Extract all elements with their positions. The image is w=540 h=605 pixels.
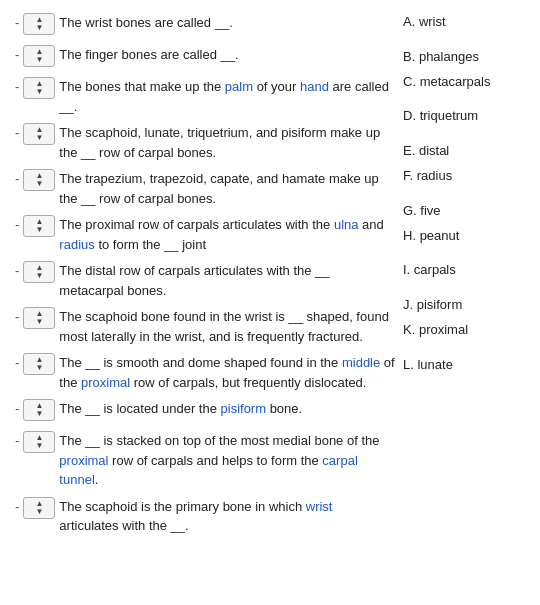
spacer [403,345,525,351]
answer-text-I: carpals [414,262,456,277]
question-row-2: -▲▼The finger bones are called __. [15,42,395,70]
answer-item-F: F. radius [403,166,525,187]
question-text-3: The bones that make up the palm of your … [59,74,395,116]
question-text-1: The wrist bones are called __. [59,10,395,33]
answer-letter-F: F. [403,168,417,183]
question-text-2: The finger bones are called __. [59,42,395,65]
answer-letter-D: D. [403,108,420,123]
dash: - [15,401,19,416]
spacer [403,37,525,43]
answer-item-A: A. wrist [403,12,525,33]
dash: - [15,499,19,514]
answer-item-C: C. metacarpals [403,72,525,93]
select-box-4[interactable]: ▲▼ [23,123,55,145]
spacer [403,250,525,256]
answer-text-E: distal [419,143,449,158]
dash: - [15,47,19,62]
dash: - [15,125,19,140]
question-text-8: The scaphoid bone found in the wrist is … [59,304,395,346]
answer-letter-E: E. [403,143,419,158]
dash: - [15,15,19,30]
select-box-9[interactable]: ▲▼ [23,353,55,375]
question-row-11: -▲▼The __ is stacked on top of the most … [15,428,395,490]
question-text-11: The __ is stacked on top of the most med… [59,428,395,490]
answer-letter-K: K. [403,322,419,337]
answer-text-J: pisiform [417,297,463,312]
spacer [403,96,525,102]
select-box-7[interactable]: ▲▼ [23,261,55,283]
answer-letter-J: J. [403,297,417,312]
answer-text-L: lunate [417,357,452,372]
question-row-8: -▲▼The scaphoid bone found in the wrist … [15,304,395,346]
select-box-6[interactable]: ▲▼ [23,215,55,237]
select-box-2[interactable]: ▲▼ [23,45,55,67]
question-text-10: The __ is located under the pisiform bon… [59,396,395,419]
question-row-6: -▲▼The proximal row of carpals articulat… [15,212,395,254]
answer-item-G: G. five [403,201,525,222]
answer-letter-B: B. [403,49,419,64]
dash: - [15,263,19,278]
dash: - [15,309,19,324]
dash: - [15,171,19,186]
answer-item-E: E. distal [403,141,525,162]
spacer [403,285,525,291]
select-box-1[interactable]: ▲▼ [23,13,55,35]
select-box-11[interactable]: ▲▼ [23,431,55,453]
answer-text-A: wrist [419,14,446,29]
answer-letter-I: I. [403,262,414,277]
answer-text-F: radius [417,168,452,183]
answer-item-H: H. peanut [403,226,525,247]
dash: - [15,433,19,448]
dash: - [15,217,19,232]
spacer [403,131,525,137]
question-text-4: The scaphoid, lunate, triquetrium, and p… [59,120,395,162]
answer-text-C: metacarpals [420,74,491,89]
answer-text-K: proximal [419,322,468,337]
select-box-12[interactable]: ▲▼ [23,497,55,519]
question-row-1: -▲▼The wrist bones are called __. [15,10,395,38]
answer-text-B: phalanges [419,49,479,64]
question-row-3: -▲▼The bones that make up the palm of yo… [15,74,395,116]
dash: - [15,355,19,370]
question-row-9: -▲▼The __ is smooth and dome shaped foun… [15,350,395,392]
answer-letter-L: L. [403,357,417,372]
answers-column: A. wristB. phalangesC. metacarpalsD. tri… [395,10,525,536]
select-box-10[interactable]: ▲▼ [23,399,55,421]
answer-item-D: D. triquetrum [403,106,525,127]
spacer [403,191,525,197]
answer-text-D: triquetrum [420,108,479,123]
answer-letter-A: A. [403,14,419,29]
answer-item-B: B. phalanges [403,47,525,68]
answer-item-L: L. lunate [403,355,525,376]
question-text-9: The __ is smooth and dome shaped found i… [59,350,395,392]
question-text-5: The trapezium, trapezoid, capate, and ha… [59,166,395,208]
answer-letter-H: H. [403,228,420,243]
question-row-7: -▲▼The distal row of carpals articulates… [15,258,395,300]
answer-letter-C: C. [403,74,420,89]
question-row-10: -▲▼The __ is located under the pisiform … [15,396,395,424]
answer-item-K: K. proximal [403,320,525,341]
answer-text-G: five [420,203,440,218]
questions-column: -▲▼The wrist bones are called __.-▲▼The … [15,10,395,536]
select-box-5[interactable]: ▲▼ [23,169,55,191]
select-box-8[interactable]: ▲▼ [23,307,55,329]
question-row-5: -▲▼The trapezium, trapezoid, capate, and… [15,166,395,208]
question-row-4: -▲▼The scaphoid, lunate, triquetrium, an… [15,120,395,162]
select-box-3[interactable]: ▲▼ [23,77,55,99]
answer-item-J: J. pisiform [403,295,525,316]
question-row-12: -▲▼The scaphoid is the primary bone in w… [15,494,395,536]
answer-item-I: I. carpals [403,260,525,281]
answer-text-H: peanut [420,228,460,243]
question-text-7: The distal row of carpals articulates wi… [59,258,395,300]
dash: - [15,79,19,94]
answer-letter-G: G. [403,203,420,218]
question-text-12: The scaphoid is the primary bone in whic… [59,494,395,536]
question-text-6: The proximal row of carpals articulates … [59,212,395,254]
